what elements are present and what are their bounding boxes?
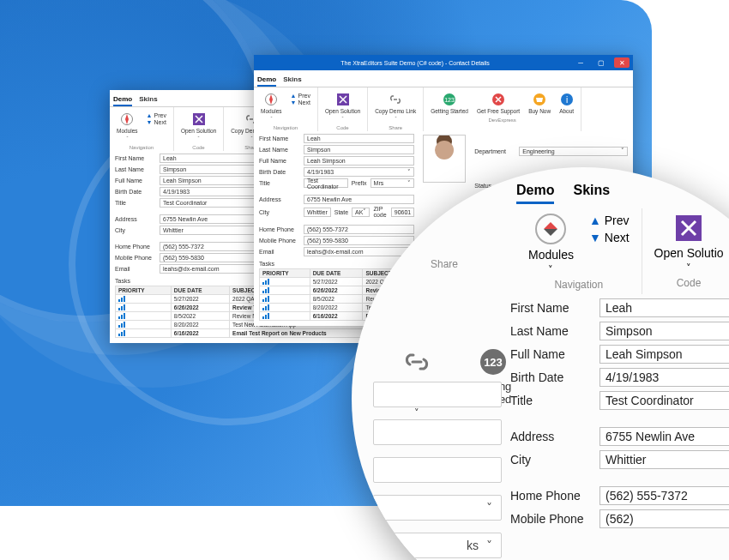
open-solution-button[interactable]: Open Solution˅: [323, 91, 362, 123]
contact-photo: [423, 135, 466, 183]
label-department: Department: [474, 148, 515, 154]
label-birth-date: Birth Date: [115, 189, 156, 195]
app-title: The XtraEditors Suite Demo (C# code) - C…: [257, 60, 573, 66]
title-field[interactable]: Test Coordinator: [304, 178, 348, 188]
zoom-modules-button[interactable]: Modules˅: [528, 214, 574, 275]
buy-now-button[interactable]: Buy Now: [527, 91, 552, 116]
tab-skins[interactable]: Skins: [139, 93, 157, 106]
zfield-title[interactable]: Test Coordinator: [599, 391, 729, 410]
get-support-button[interactable]: Get Free Support: [475, 91, 521, 116]
zoom-group-share: Share: [380, 258, 509, 270]
zlabel-last-name: Last Name: [510, 324, 593, 338]
svg-marker-1: [125, 114, 129, 124]
modules-button[interactable]: Modules˅: [259, 91, 284, 123]
zfield-home-phone[interactable]: (562) 555-7372: [599, 486, 729, 505]
group-share: Share: [389, 125, 402, 130]
zlabel-address: Address: [510, 430, 593, 443]
label-email: Email: [115, 266, 156, 272]
zfield-city[interactable]: Whittier: [599, 450, 729, 469]
zoom-tab-skins[interactable]: Skins: [573, 183, 610, 204]
tab-demo[interactable]: Demo: [113, 93, 132, 106]
compass-icon: [120, 112, 134, 126]
zlabel-home-phone: Home Phone: [510, 489, 593, 503]
support-icon: [491, 93, 505, 106]
tab-skins[interactable]: Skins: [283, 74, 301, 87]
stub-dropdown[interactable]: ˅: [373, 495, 502, 521]
label-state: State: [334, 209, 348, 215]
minimize-button[interactable]: ─: [573, 57, 588, 68]
home-phone-field[interactable]: (562) 555-7372: [304, 225, 414, 234]
svg-text:123: 123: [485, 356, 503, 369]
label-full-name: Full Name: [259, 158, 300, 164]
link-icon: [402, 347, 431, 376]
compass-icon: [264, 93, 278, 106]
zlabel-first-name: First Name: [510, 301, 593, 315]
nav-prev-next[interactable]: ▲Prev ▼Next: [145, 111, 168, 143]
zoom-field-stubs: ˅ ks ˅: [373, 382, 502, 558]
stub-field[interactable]: [373, 382, 502, 407]
group-navigation: Navigation: [130, 145, 154, 150]
prefix-field[interactable]: Mrs: [371, 178, 415, 188]
first-name-field[interactable]: Leah: [304, 134, 414, 143]
compass-icon: [535, 214, 566, 244]
stub-field[interactable]: [373, 419, 502, 445]
zoom-group-navigation: Navigation: [528, 279, 630, 291]
link-icon: [389, 93, 402, 106]
nav-prev-next[interactable]: ▲Prev ▼Next: [289, 91, 312, 123]
zoom-nav-arrows[interactable]: ▲Prev ▼Next: [589, 214, 630, 275]
zip-field[interactable]: 90601: [391, 208, 414, 217]
vs-icon: [336, 93, 350, 106]
label-first-name: First Name: [115, 155, 156, 161]
maximize-button[interactable]: ▢: [593, 57, 609, 68]
tab-demo[interactable]: Demo: [257, 74, 276, 87]
modules-button[interactable]: Modules˅: [115, 111, 140, 143]
stub-field[interactable]: [373, 457, 502, 483]
full-name-field[interactable]: Leah Simpson: [304, 156, 414, 166]
department-field[interactable]: Engineering: [519, 147, 628, 156]
state-field[interactable]: AK: [352, 208, 370, 217]
label-home-phone: Home Phone: [259, 226, 300, 232]
label-email: Email: [259, 249, 300, 255]
label-last-name: Last Name: [115, 166, 156, 172]
label-prefix: Prefix: [352, 180, 367, 186]
group-code: Code: [192, 145, 204, 150]
tasks-header: Tasks: [259, 258, 414, 267]
label-city: City: [115, 227, 156, 233]
open-solution-button[interactable]: Open Solution˅: [179, 111, 218, 143]
zfield-address[interactable]: 6755 Newlin Ave: [599, 427, 729, 446]
mobile-phone-field[interactable]: (562) 559-5830: [304, 236, 414, 245]
label-city: City: [259, 209, 300, 215]
svg-marker-6: [269, 94, 273, 105]
label-home-phone: Home Phone: [115, 244, 156, 250]
last-name-field[interactable]: Simpson: [304, 145, 414, 154]
zoom-form: First Name Leah Last Name Simpson Full N…: [510, 298, 729, 528]
about-button[interactable]: iAbout: [557, 91, 575, 116]
titlebar[interactable]: The XtraEditors Suite Demo (C# code) - C…: [254, 55, 633, 70]
stub-dropdown[interactable]: ks ˅: [373, 533, 502, 558]
zoom-group-code: Code: [654, 277, 724, 289]
svg-text:123: 123: [444, 97, 455, 103]
label-mobile-phone: Mobile Phone: [115, 255, 156, 261]
zlabel-title: Title: [510, 394, 593, 407]
svg-text:i: i: [566, 95, 568, 105]
email-field[interactable]: leahs@dx-email.com: [304, 247, 414, 256]
copy-demo-link-button[interactable]: Copy Demo Link˅: [373, 91, 418, 123]
zfield-first-name[interactable]: Leah: [599, 298, 729, 317]
zfield-birth-date[interactable]: 4/19/1983: [599, 368, 729, 387]
group-navigation: Navigation: [274, 125, 298, 130]
zlabel-mobile-phone: Mobile Phone: [510, 512, 593, 526]
zlabel-birth-date: Birth Date: [510, 370, 593, 384]
city-field[interactable]: Whittier: [304, 208, 331, 217]
zfield-last-name[interactable]: Simpson: [599, 322, 729, 340]
close-button[interactable]: ✕: [614, 57, 630, 68]
group-devexpress: DevExpress: [489, 117, 516, 123]
zfield-mobile-phone[interactable]: (562): [599, 509, 729, 528]
zoom-open-solution[interactable]: Open Solutio˅: [654, 214, 724, 274]
zfield-full-name[interactable]: Leah Simpson: [599, 345, 729, 364]
label-first-name: First Name: [259, 135, 300, 142]
address-field[interactable]: 6755 Newlin Ave: [304, 195, 414, 204]
zoom-tab-demo[interactable]: Demo: [516, 183, 554, 204]
getting-started-button[interactable]: 123Getting Started: [429, 91, 470, 116]
label-address: Address: [115, 216, 156, 222]
birth-date-field[interactable]: 4/19/1983: [304, 167, 414, 177]
